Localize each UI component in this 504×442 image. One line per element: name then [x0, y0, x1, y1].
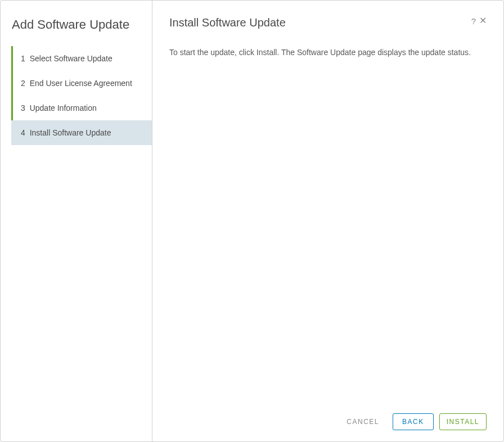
close-icon[interactable]: ✕ — [479, 16, 487, 25]
instruction-text: To start the update, click Install. The … — [169, 47, 487, 58]
cancel-button[interactable]: CANCEL — [339, 413, 387, 430]
sidebar-title: Add Software Update — [1, 12, 152, 46]
back-button[interactable]: BACK — [393, 413, 434, 430]
step-select-software-update[interactable]: 1 Select Software Update — [11, 46, 152, 71]
install-button[interactable]: INSTALL — [439, 413, 487, 430]
header-controls: ? ✕ — [471, 16, 487, 25]
footer-actions: CANCEL BACK INSTALL — [169, 405, 487, 430]
step-number: 1 — [21, 54, 25, 63]
step-label: Install Software Update — [30, 128, 111, 137]
steps-list: 1 Select Software Update 2 End User Lice… — [1, 46, 152, 145]
step-number: 2 — [21, 79, 25, 88]
help-icon[interactable]: ? — [471, 17, 476, 25]
step-number: 3 — [21, 103, 25, 112]
main-header: Install Software Update ? ✕ — [169, 16, 487, 29]
step-number: 4 — [21, 128, 25, 137]
step-update-information[interactable]: 3 Update Information — [11, 96, 152, 120]
wizard-dialog: Add Software Update 1 Select Software Up… — [0, 0, 504, 442]
step-label: End User License Agreement — [30, 79, 132, 88]
step-label: Select Software Update — [30, 54, 112, 63]
main-panel: Install Software Update ? ✕ To start the… — [152, 1, 503, 441]
wizard-sidebar: Add Software Update 1 Select Software Up… — [1, 1, 152, 441]
step-eula[interactable]: 2 End User License Agreement — [11, 71, 152, 96]
main-body: To start the update, click Install. The … — [169, 47, 487, 405]
page-title: Install Software Update — [169, 16, 286, 29]
step-install-software-update[interactable]: 4 Install Software Update — [11, 120, 152, 145]
step-label: Update Information — [30, 103, 97, 112]
